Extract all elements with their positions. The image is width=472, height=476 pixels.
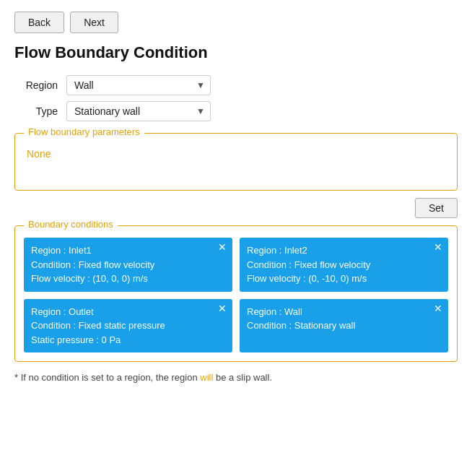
boundary-grid: ✕ Region : Inlet1 Condition : Fixed flow… xyxy=(24,238,448,352)
bc-wall-line2: Condition : Stationary wall xyxy=(247,319,441,333)
note-suffix: be a slip wall. xyxy=(213,372,272,383)
type-row: Type Stationary wall Moving wall Fixed f… xyxy=(14,101,458,121)
bc-card-inlet1: ✕ Region : Inlet1 Condition : Fixed flow… xyxy=(24,238,232,292)
bc-close-outlet[interactable]: ✕ xyxy=(218,303,227,313)
bc-outlet-line3: Static pressure : 0 Pa xyxy=(31,333,225,347)
bc-card-wall: ✕ Region : Wall Condition : Stationary w… xyxy=(240,299,448,353)
set-button[interactable]: Set xyxy=(415,198,458,218)
region-label: Region xyxy=(14,79,58,91)
bc-inlet2-line1: Region : Inlet2 xyxy=(247,243,441,258)
set-button-row: Set xyxy=(14,198,458,218)
type-select[interactable]: Stationary wall Moving wall Fixed flow v… xyxy=(66,101,211,121)
bc-wall-line1: Region : Wall xyxy=(247,305,441,319)
bc-outlet-line2: Condition : Fixed static pressure xyxy=(31,319,225,333)
region-row: Region Wall Inlet1 Inlet2 Outlet ▼ xyxy=(14,75,458,95)
type-label: Type xyxy=(14,105,58,117)
page-title: Flow Boundary Condition xyxy=(14,43,458,62)
region-dropdown-wrapper: Wall Inlet1 Inlet2 Outlet ▼ xyxy=(66,75,211,95)
next-button[interactable]: Next xyxy=(70,12,118,33)
note-highlight: will xyxy=(200,372,213,383)
type-dropdown-wrapper: Stationary wall Moving wall Fixed flow v… xyxy=(66,101,211,121)
bc-card-inlet2: ✕ Region : Inlet2 Condition : Fixed flow… xyxy=(240,238,448,292)
bc-close-wall[interactable]: ✕ xyxy=(434,303,442,313)
boundary-conditions-box: Boundary conditions ✕ Region : Inlet1 Co… xyxy=(14,225,458,362)
bc-outlet-line1: Region : Outlet xyxy=(31,305,225,319)
bc-inlet2-line3: Flow velocity : (0, -10, 0) m/s xyxy=(247,272,441,286)
boundary-conditions-legend: Boundary conditions xyxy=(24,219,118,230)
back-button[interactable]: Back xyxy=(14,12,64,33)
bc-inlet1-line1: Region : Inlet1 xyxy=(31,243,225,258)
note-prefix: * If no condition is set to a region, th… xyxy=(14,372,200,383)
bc-inlet1-line2: Condition : Fixed flow velocity xyxy=(31,258,225,272)
bc-card-outlet: ✕ Region : Outlet Condition : Fixed stat… xyxy=(24,299,232,353)
bc-close-inlet2[interactable]: ✕ xyxy=(434,242,442,252)
top-buttons: Back Next xyxy=(14,12,458,33)
params-box: Flow boundary parameters None xyxy=(14,133,458,191)
region-select[interactable]: Wall Inlet1 Inlet2 Outlet xyxy=(66,75,211,95)
bc-inlet2-line2: Condition : Fixed flow velocity xyxy=(247,258,441,272)
bc-close-inlet1[interactable]: ✕ xyxy=(218,242,227,252)
params-legend: Flow boundary parameters xyxy=(24,126,144,137)
note-text: * If no condition is set to a region, th… xyxy=(14,372,458,383)
params-none-text: None xyxy=(27,148,445,160)
bc-inlet1-line3: Flow velocity : (10, 0, 0) m/s xyxy=(31,272,225,286)
